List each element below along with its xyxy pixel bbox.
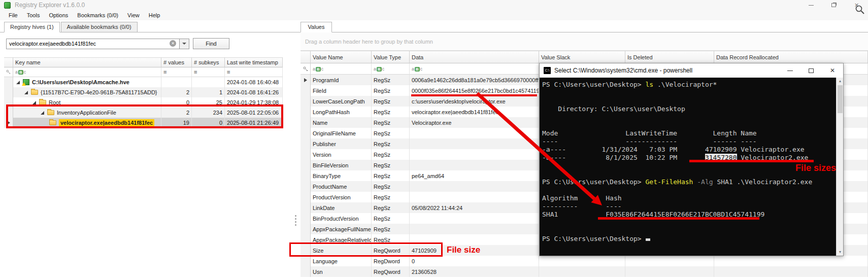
folder-icon: [31, 90, 38, 95]
terminal-maximize-button[interactable]: [800, 63, 822, 78]
tree-filter-cell-0[interactable]: [4, 67, 13, 77]
values-column-header-is-deleted[interactable]: Is Deleted: [625, 51, 714, 63]
terminal-controls: ✕: [779, 63, 843, 78]
value-data-cell: 21360528: [410, 266, 539, 277]
group-by-panel[interactable]: Drag a column header here to group by th…: [301, 32, 868, 51]
value-name-cell: LowerCaseLongPath: [311, 96, 372, 107]
terminal-minimize-button[interactable]: [779, 63, 800, 78]
menu-item-tools[interactable]: Tools: [22, 11, 45, 19]
terminal-window[interactable]: C:\ Select C:\Windows\system32\cmd.exe -…: [539, 63, 844, 256]
value-type-cell: RegSz: [372, 181, 410, 192]
tree-column-header-last-write-timestamp[interactable]: Last write timestamp: [225, 57, 283, 67]
value-type-cell: RegSz: [372, 85, 410, 96]
menu-item-options[interactable]: Options: [44, 11, 73, 19]
menu-bar: FileToolsOptionsBookmarks (0/0)ViewHelp: [0, 10, 868, 20]
value-data-cell: 0: [410, 256, 539, 266]
tree-column-header-key-name[interactable]: Key name: [13, 57, 161, 67]
console-line-5: [542, 121, 836, 129]
value-row-language[interactable]: LanguageRegDword0: [301, 256, 868, 266]
tab-available-bookmarks-0-0[interactable]: Available bookmarks (0/0): [61, 22, 138, 32]
value-row-gutter: [301, 192, 311, 202]
console-output[interactable]: PS C:\Users\user\Desktop> ls .\Velocirap…: [540, 78, 836, 256]
tree-row-root[interactable]: Root0252024-01-29 17:38:08: [4, 97, 283, 108]
value-row-gutter: [301, 181, 311, 192]
value-row-gutter: [301, 96, 311, 107]
tree-row-velociraptor-exe-aeedbdb141f81[interactable]: velociraptor.exe|aeedbdb141f81fec1902025…: [4, 118, 283, 128]
values-filter-cell-3[interactable]: aBc: [410, 63, 539, 75]
find-button[interactable]: Find: [193, 38, 229, 49]
values-column-header-data[interactable]: Data: [410, 51, 539, 63]
menu-item-help[interactable]: Help: [144, 11, 165, 19]
tree-row-gutter: [4, 87, 13, 97]
value-name-cell: Name: [311, 117, 372, 128]
terminal-close-button[interactable]: ✕: [822, 63, 843, 78]
console-command-text: ls: [646, 81, 654, 88]
tree-column-header-values[interactable]: # values: [161, 57, 192, 67]
value-row-gutter: [301, 117, 311, 128]
expander-icon[interactable]: [32, 101, 36, 104]
window-minimize-button[interactable]: [799, 0, 822, 10]
tree-timestamp-cell: 2024-01-08 16:40:48: [225, 77, 283, 87]
console-line-14: Algorithm Hash: [542, 194, 836, 202]
app-logo-icon: [4, 2, 11, 9]
values-filter-cell-0[interactable]: [301, 63, 311, 75]
tree-key-name: Root: [49, 99, 60, 106]
menu-item-view[interactable]: View: [123, 11, 144, 19]
values-column-header-data-record-reallocated[interactable]: Data Record Reallocated: [714, 51, 868, 63]
value-data-cell: [410, 224, 539, 234]
tree-filter-cell-3[interactable]: =: [192, 67, 225, 77]
values-column-header-value-type[interactable]: Value Type: [372, 51, 410, 63]
values-filter-cell-1[interactable]: aBc: [311, 63, 372, 75]
scroll-up-icon[interactable]: ▲: [837, 78, 844, 85]
tree-filter-cell-4[interactable]: =: [225, 67, 283, 77]
value-data-cell: c:\users\user\desktop\velociraptor.exe: [410, 96, 539, 107]
tree-key-name-cell: InventoryApplicationFile: [13, 108, 161, 118]
value-data-cell: [410, 234, 539, 245]
tree-timestamp-cell: 2024-01-29 17:38:08: [225, 97, 283, 108]
filter-key-icon: [303, 66, 308, 72]
hive-icon: [23, 79, 29, 85]
tree-row-inventoryapplicationfile[interactable]: InventoryApplicationFile22342025-08-01 2…: [4, 108, 283, 118]
title-bar: Registry Explorer v1.6.0.0 ✕: [0, 0, 868, 10]
equals-filter-icon: =: [194, 69, 197, 75]
value-row-usn[interactable]: UsnRegQword21360528: [301, 266, 868, 277]
tree-row-c-users-user-desktop-amcache-h[interactable]: C:\Users\user\Desktop\Amcache.hve2024-01…: [4, 77, 283, 87]
tree-filter-cell-1[interactable]: aBc: [13, 67, 161, 77]
value-type-cell: RegSz: [372, 192, 410, 202]
value-data-cell: Velociraptor.exe: [410, 117, 539, 128]
tree-subkeys-cell: 234: [192, 108, 225, 118]
tree-filter-cell-2[interactable]: =: [161, 67, 192, 77]
search-dropdown-button[interactable]: [180, 39, 189, 49]
values-column-header-value-slack[interactable]: Value Slack: [539, 51, 625, 63]
search-input[interactable]: [6, 39, 180, 49]
terminal-title-bar[interactable]: C:\ Select C:\Windows\system32\cmd.exe -…: [540, 63, 843, 78]
values-filter-cell-2[interactable]: aBc: [372, 63, 410, 75]
tab-registry-hives-1[interactable]: Registry hives (1): [4, 22, 60, 32]
value-row-gutter: [301, 213, 311, 224]
menu-item-file[interactable]: File: [4, 11, 22, 19]
terminal-scrollbar[interactable]: ▲ ▼: [836, 78, 843, 256]
menu-item-bookmarks[interactable]: Bookmarks (0/0): [73, 11, 123, 19]
expander-icon[interactable]: [24, 91, 28, 94]
console-line-1: [542, 89, 836, 97]
console-command-text: Get-FileHash: [646, 178, 693, 186]
value-type-cell: RegSz: [372, 149, 410, 160]
console-line-4: [542, 113, 836, 121]
value-slack-cell: [539, 266, 625, 277]
tab-values[interactable]: Values: [301, 22, 332, 32]
expander-icon[interactable]: [41, 111, 44, 115]
clear-search-icon[interactable]: ✕: [170, 40, 176, 47]
values-column-header-value-name[interactable]: Value Name: [311, 51, 372, 63]
tree-subkeys-cell: 0: [192, 118, 225, 128]
tree-row-11517b7c-e79d-4e20-961b-75a811[interactable]: {11517B7C-E79D-4e20-961B-75A811715ADD}21…: [4, 87, 283, 97]
panel-splitter[interactable]: [295, 215, 296, 227]
window-maximize-button[interactable]: [822, 0, 845, 10]
grid-search-icon[interactable]: [855, 5, 865, 15]
value-type-cell: RegDword: [372, 256, 410, 266]
expander-icon[interactable]: [16, 81, 20, 84]
scroll-thumb[interactable]: [838, 85, 843, 113]
scroll-down-icon[interactable]: ▼: [837, 249, 844, 256]
tree-subkeys-cell: 25: [192, 97, 225, 108]
tree-column-header-subkeys[interactable]: # subkeys: [192, 57, 225, 67]
values-header-row: Value NameValue TypeDataValue SlackIs De…: [301, 51, 868, 63]
